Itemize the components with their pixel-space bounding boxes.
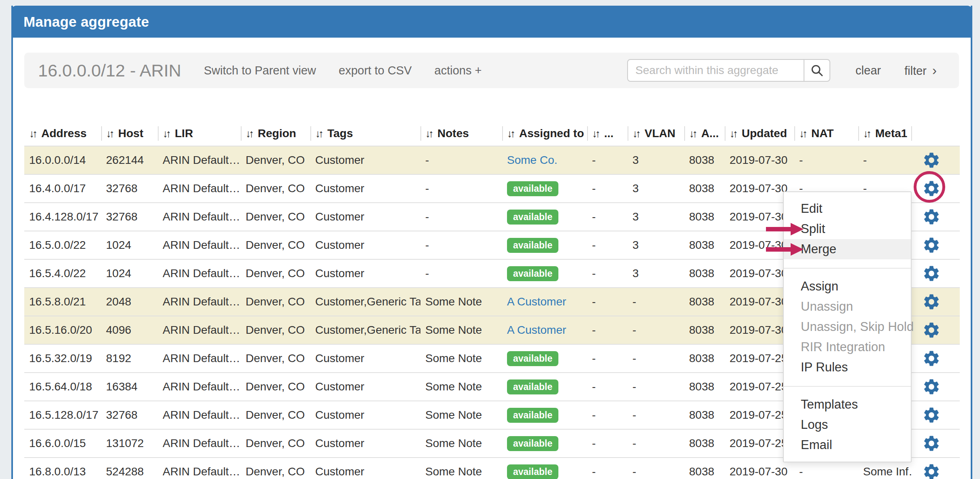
sort-icon: ↓↑ — [246, 127, 252, 140]
export-csv-link[interactable]: export to CSV — [339, 64, 412, 77]
sort-icon: ↓↑ — [632, 127, 639, 140]
menu-item-templates[interactable]: Templates — [784, 394, 911, 415]
cell-vlan: - — [628, 373, 684, 401]
menu-item-email[interactable]: Email — [784, 435, 911, 455]
menu-item-assign[interactable]: Assign — [784, 276, 911, 297]
status-badge: available — [507, 238, 558, 253]
column-header-host[interactable]: ↓↑Host — [101, 121, 158, 146]
cell-gear — [911, 174, 960, 203]
column-header-assigned[interactable]: ↓↑Assigned to — [502, 121, 587, 146]
cell-a_col: 8038 — [684, 146, 725, 174]
cell-notes: Some Note — [420, 316, 502, 344]
column-header-meta1[interactable]: ↓↑Meta1 — [858, 121, 911, 146]
gear-icon[interactable] — [922, 349, 941, 368]
search-button[interactable] — [804, 59, 830, 82]
gear-icon[interactable] — [922, 292, 941, 311]
assigned-link[interactable]: A Customer — [507, 295, 566, 308]
cell-assigned: available — [502, 231, 587, 259]
cell-address: 16.5.4.0/22 — [24, 259, 101, 288]
gear-icon[interactable] — [922, 462, 941, 479]
cell-assigned: available — [502, 429, 587, 458]
cell-updated: 2019-07-30 — [725, 146, 794, 174]
cell-region: Denver, CO — [241, 429, 310, 458]
search-icon — [810, 64, 824, 77]
column-label: Assigned to — [519, 127, 584, 140]
column-header-updated[interactable]: ↓↑Updated — [725, 121, 794, 146]
cell-a_col: 8038 — [684, 429, 725, 458]
menu-item-merge[interactable]: Merge — [784, 239, 911, 259]
cell-address: 16.5.64.0/18 — [24, 373, 101, 401]
column-label: VLAN — [645, 127, 675, 140]
menu-item-logs[interactable]: Logs — [784, 415, 911, 435]
cell-dots: - — [587, 203, 628, 231]
cell-vlan: - — [628, 316, 684, 344]
column-label: LIR — [175, 127, 193, 140]
cell-notes: - — [420, 259, 502, 288]
gear-icon[interactable] — [922, 434, 941, 453]
cell-address: 16.5.16.0/20 — [24, 316, 101, 344]
cell-region: Denver, CO — [241, 231, 310, 259]
filter-label: filter — [904, 64, 927, 77]
cell-tags: Customer — [310, 401, 420, 429]
cell-a_col: 8038 — [684, 174, 725, 203]
search-group — [627, 59, 830, 82]
menu-item-edit[interactable]: Edit — [784, 199, 911, 219]
gear-icon[interactable] — [922, 236, 941, 254]
menu-item-ip-rules[interactable]: IP Rules — [784, 357, 911, 377]
cell-host: 1024 — [101, 231, 158, 259]
cell-notes: Some Note — [420, 458, 502, 479]
gear-icon[interactable] — [922, 208, 941, 226]
cell-gear — [911, 259, 960, 288]
cell-a_col: 8038 — [684, 344, 725, 373]
cell-tags: Customer — [310, 373, 420, 401]
cell-dots: - — [587, 429, 628, 458]
gear-icon[interactable] — [922, 264, 941, 283]
column-label: Meta1 — [875, 127, 907, 140]
cell-tags: Customer,Generic Tag — [310, 316, 420, 344]
column-label: Notes — [437, 127, 469, 140]
cell-assigned: available — [502, 174, 587, 203]
cell-vlan: - — [628, 429, 684, 458]
column-header-region[interactable]: ↓↑Region — [241, 121, 310, 146]
menu-separator — [784, 377, 911, 394]
column-label: Address — [41, 127, 87, 140]
filter-link[interactable]: filter› — [904, 63, 937, 78]
gear-icon[interactable] — [922, 151, 941, 170]
menu-item-split[interactable]: Split — [784, 219, 911, 239]
cell-region: Denver, CO — [241, 316, 310, 344]
cell-host: 262144 — [101, 146, 158, 174]
gear-icon[interactable] — [922, 321, 941, 339]
cell-lir: ARIN Default… — [158, 174, 241, 203]
cell-notes: Some Note — [420, 373, 502, 401]
column-header-gear — [911, 121, 960, 146]
chevron-right-icon: › — [932, 63, 937, 78]
gear-icon[interactable] — [922, 179, 941, 198]
assigned-link[interactable]: A Customer — [507, 324, 566, 336]
gear-icon[interactable] — [922, 377, 941, 396]
cell-a_col: 8038 — [684, 203, 725, 231]
assigned-link[interactable]: Some Co. — [507, 154, 558, 166]
column-header-tags[interactable]: ↓↑Tags — [310, 121, 420, 146]
actions-menu-link[interactable]: actions + — [435, 64, 482, 77]
cell-address: 16.8.0.0/13 — [24, 458, 101, 479]
column-header-notes[interactable]: ↓↑Notes — [420, 121, 502, 146]
column-header-lir[interactable]: ↓↑LIR — [158, 121, 241, 146]
cell-tags: Customer,Generic Tag — [310, 288, 420, 316]
cell-dots: - — [587, 231, 628, 259]
cell-assigned: A Customer — [502, 288, 587, 316]
page-title: Manage aggregate — [23, 14, 149, 30]
search-input[interactable] — [627, 59, 804, 82]
gear-icon[interactable] — [922, 406, 941, 424]
column-header-vlan[interactable]: ↓↑VLAN — [628, 121, 684, 146]
switch-parent-view-link[interactable]: Switch to Parent view — [204, 64, 316, 77]
clear-link[interactable]: clear — [855, 64, 881, 77]
column-header-a_col[interactable]: ↓↑A... — [684, 121, 725, 146]
column-header-dots[interactable]: ↓↑... — [587, 121, 628, 146]
cell-region: Denver, CO — [241, 174, 310, 203]
cell-region: Denver, CO — [241, 373, 310, 401]
column-header-nat[interactable]: ↓↑NAT — [794, 121, 858, 146]
cell-gear — [911, 231, 960, 259]
cell-host: 32768 — [101, 174, 158, 203]
cell-tags: Customer — [310, 344, 420, 373]
column-header-address[interactable]: ↓↑Address — [24, 121, 101, 146]
